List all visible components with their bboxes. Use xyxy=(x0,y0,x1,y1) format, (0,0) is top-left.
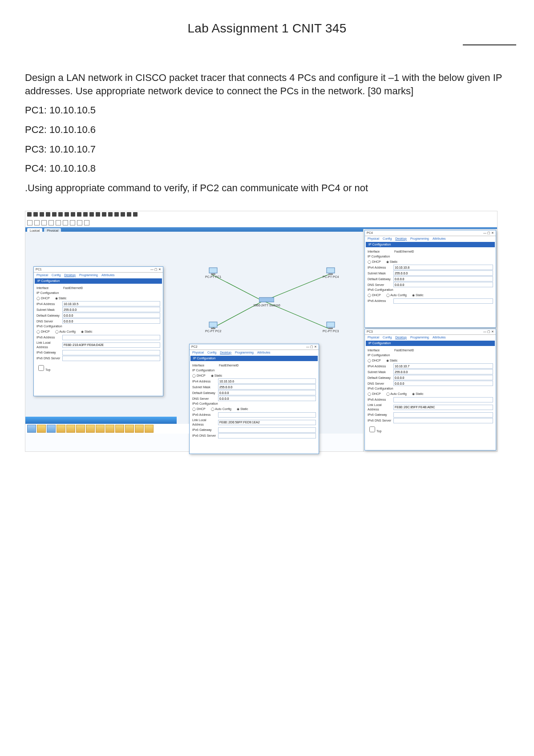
pc1-ip-mode[interactable]: DHCPStatic xyxy=(36,296,160,301)
section-ipconf: IP Configuration xyxy=(36,291,160,295)
svg-rect-0 xyxy=(259,298,274,302)
pc3-window-title: PC3 xyxy=(367,330,373,333)
pc2-ipconfig-header: IP Configuration xyxy=(190,356,318,361)
pc3-lla[interactable] xyxy=(393,405,493,410)
pc1-ipv6dns[interactable] xyxy=(62,356,160,361)
pc2-window-title: PC2 xyxy=(191,345,198,348)
pc2-node[interactable]: PC-PT PC2 xyxy=(205,322,221,333)
svg-rect-2 xyxy=(211,273,215,275)
pc4-ipv4[interactable] xyxy=(393,265,493,270)
pc3-node-label: PC-PT PC3 xyxy=(323,330,339,333)
pc4-window-title: PC4 xyxy=(367,231,373,234)
pc3-tabs[interactable]: Physical Config Desktop Programming Attr… xyxy=(365,335,496,340)
pc1-node[interactable]: PC-PT PC1 xyxy=(205,267,221,278)
pc4-node-label: PC-PT PC4 xyxy=(323,275,339,278)
pc1-ipv4[interactable] xyxy=(62,301,160,306)
pc4-gateway[interactable] xyxy=(393,276,493,281)
pc1-ipconfig-header: IP Configuration xyxy=(35,278,162,284)
pc3-gateway[interactable] xyxy=(393,375,493,380)
pc1-window-title: PC1 xyxy=(36,268,42,271)
pc2-ip: PC2: 10.10.10.6 xyxy=(25,123,509,137)
pc1-ipv6-mode[interactable]: DHCPAuto ConfigStatic xyxy=(36,330,160,334)
pc1-ip: PC1: 10.10.10.5 xyxy=(25,104,509,117)
switch-node[interactable]: 2960-24TT Switch0 xyxy=(253,297,280,307)
pc2-subnet[interactable] xyxy=(218,384,316,390)
pc3-ipv6[interactable] xyxy=(393,397,493,402)
pc4-tabs[interactable]: Physical Config Desktop Programming Attr… xyxy=(365,236,496,241)
pc2-ipv6dns[interactable] xyxy=(218,433,316,438)
page-title: Lab Assignment 1 CNIT 345 xyxy=(25,21,509,36)
pc3-ipv6dns[interactable] xyxy=(393,418,493,423)
pc4-ip-mode[interactable]: DHCPStatic xyxy=(368,260,493,264)
pc3-ipv4[interactable] xyxy=(393,363,493,369)
pc3-ip-mode[interactable]: DHCPStatic xyxy=(368,358,493,363)
window-controls[interactable]: — ▢ ✕ xyxy=(150,268,161,271)
pc4-window[interactable]: PC4— ▢ ✕ Physical Config Desktop Program… xyxy=(364,230,496,328)
main-toolbar[interactable] xyxy=(25,211,497,219)
svg-rect-5 xyxy=(327,268,335,273)
pc3-subnet[interactable] xyxy=(393,369,493,374)
pc3-top-cb[interactable] xyxy=(369,426,375,432)
pc4-subnet[interactable] xyxy=(393,270,493,276)
verify-instruction: .Using appropriate command to verify, if… xyxy=(25,181,509,195)
window-controls[interactable]: — ▢ ✕ xyxy=(483,231,494,235)
svg-rect-7 xyxy=(327,322,335,327)
pc1-node-label: PC-PT PC1 xyxy=(205,275,221,278)
svg-rect-6 xyxy=(328,273,333,275)
pc1-top-cb[interactable] xyxy=(38,365,44,371)
window-controls[interactable]: — ▢ ✕ xyxy=(483,330,494,334)
header-rule xyxy=(463,44,516,45)
workspace[interactable]: 2960-24TT Switch0 PC-PT PC1 PC-PT PC2 PC… xyxy=(25,232,364,434)
pc1-ipv6[interactable] xyxy=(62,335,160,340)
pc2-ip-mode[interactable]: DHCPStatic xyxy=(192,374,316,378)
pc2-dns[interactable] xyxy=(218,396,316,401)
window-controls[interactable]: — ▢ ✕ xyxy=(306,345,317,349)
device-palette[interactable] xyxy=(25,424,189,434)
svg-rect-3 xyxy=(209,322,217,327)
svg-rect-8 xyxy=(328,328,333,329)
pc1-lla[interactable] xyxy=(62,342,160,348)
svg-rect-4 xyxy=(211,328,215,329)
pc2-ipv6-mode[interactable]: DHCPAuto ConfigStatic xyxy=(192,407,316,411)
pc3-ipv6-mode[interactable]: DHCPAuto ConfigStatic xyxy=(368,392,493,396)
pc4-dns[interactable] xyxy=(393,282,493,287)
pc1-gateway[interactable] xyxy=(62,313,160,318)
pc2-lla[interactable] xyxy=(218,420,316,425)
switch-label: 2960-24TT Switch0 xyxy=(253,304,280,307)
status-bar xyxy=(25,417,177,424)
secondary-toolbar[interactable] xyxy=(25,219,497,227)
pc2-ipv6[interactable] xyxy=(218,412,316,418)
pc3-dns[interactable] xyxy=(393,381,493,386)
pc2-gateway[interactable] xyxy=(218,390,316,395)
pc2-ipv4[interactable] xyxy=(218,378,316,384)
pc2-window[interactable]: PC2— ▢ ✕ Physical Config Desktop Program… xyxy=(189,344,319,454)
pc1-tabs[interactable]: Physical Config Desktop Programming Attr… xyxy=(34,273,163,277)
pc2-tabs[interactable]: Physical Config Desktop Programming Attr… xyxy=(190,350,319,355)
section-ipv6: IPv6 Configuration xyxy=(36,324,160,329)
pc4-node[interactable]: PC-PT PC4 xyxy=(323,267,339,278)
pc1-ipv6gw[interactable] xyxy=(62,350,160,355)
pc3-ipv6gw[interactable] xyxy=(393,412,493,418)
pc2-ipv6gw[interactable] xyxy=(218,427,316,433)
instructions: Design a LAN network in CISCO packet tra… xyxy=(25,71,509,97)
pc4-ipv6[interactable] xyxy=(393,298,493,304)
pc4-ipv6-mode[interactable]: DHCPAuto ConfigStatic xyxy=(368,293,493,298)
pc4-ip: PC4: 10.10.10.8 xyxy=(25,162,509,175)
packet-tracer-screenshot: Logical Physical 2960-24TT Switch0 PC-PT… xyxy=(25,211,498,452)
pc3-ip: PC3: 10.10.10.7 xyxy=(25,143,509,156)
pc3-window[interactable]: PC3— ▢ ✕ Physical Config Desktop Program… xyxy=(364,329,496,450)
pc1-subnet[interactable] xyxy=(62,307,160,312)
svg-rect-1 xyxy=(209,268,217,273)
pc1-dns[interactable] xyxy=(62,318,160,324)
pc2-node-label: PC-PT PC2 xyxy=(205,330,221,333)
pc1-window[interactable]: PC1— ▢ ✕ Physical Config Desktop Program… xyxy=(33,266,163,396)
pc3-node[interactable]: PC-PT PC3 xyxy=(323,322,339,333)
